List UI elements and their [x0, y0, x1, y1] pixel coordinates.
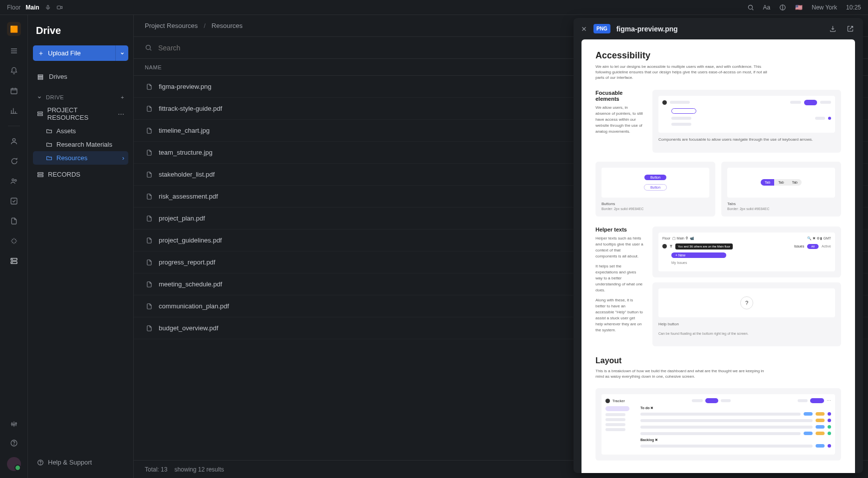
help-support[interactable]: Help & Support [33, 454, 128, 471]
drive-icon[interactable] [9, 256, 19, 266]
team-icon[interactable] [9, 176, 19, 186]
svg-rect-1 [57, 6, 61, 9]
svg-rect-22 [38, 114, 43, 116]
calendar-icon[interactable] [9, 86, 19, 96]
svg-rect-20 [38, 78, 42, 79]
s3-p: This is a breakdown of how we build the … [595, 368, 770, 379]
preview-image: Accessibility We aim to let our designs … [581, 39, 855, 473]
analytics-icon[interactable] [9, 106, 19, 116]
theme-icon[interactable] [779, 4, 786, 11]
upload-label: Upload File [48, 49, 81, 57]
file-icon [145, 192, 154, 201]
file-icon [145, 170, 154, 179]
demo-tabs: Tab Tab Tab [761, 179, 802, 186]
search-icon[interactable] [747, 4, 754, 11]
tree-assets[interactable]: Assets [33, 124, 128, 138]
flag-icon[interactable]: 🇺🇸 [795, 4, 803, 11]
tree-records-label: RECORDS [48, 171, 80, 178]
add-drive-button[interactable]: + [121, 94, 124, 100]
floor-main[interactable]: Main [25, 4, 39, 11]
demo-button-outline: Button [644, 184, 667, 191]
mic-icon[interactable] [44, 4, 51, 11]
help-sub: Can be found floating at the bottom righ… [658, 331, 835, 337]
file-icon [145, 280, 154, 289]
file-icon [145, 82, 154, 91]
settings-icon[interactable] [9, 419, 19, 429]
svg-point-7 [14, 180, 16, 181]
section-drive[interactable]: DRIVE + [33, 91, 128, 103]
file-name: risk_assessment.pdf [159, 193, 218, 200]
crumb-a[interactable]: Project Resources [145, 22, 198, 29]
status-total: 13 [161, 466, 167, 473]
sidebar-title: Drive [33, 22, 128, 45]
s2-p2: It helps set the expectations and gives … [595, 263, 643, 293]
svg-point-14 [13, 424, 14, 426]
tooltip-demo: You and 36 others are on the Main floor [675, 243, 733, 249]
checkbox-icon[interactable] [9, 196, 19, 206]
file-name: project_plan.pdf [159, 215, 205, 222]
search-input[interactable] [158, 44, 246, 52]
tree-research-label: Research Materials [56, 141, 112, 148]
drives-label: Drives [49, 73, 67, 80]
s2-p1: Helper texts such as hints and tooltips … [595, 236, 643, 259]
preview-filename: figma-preview.png [616, 25, 678, 33]
tree-project-resources[interactable]: PROJECT RESOURCES ⋯ [33, 103, 128, 124]
s1-p: We allow users, in absence of pointers, … [595, 105, 643, 135]
tabs-sub: Border: 2px solid #9E84EC [727, 207, 835, 211]
file-name: team_structure.jpg [159, 149, 213, 156]
tree-resources[interactable]: Resources › [33, 151, 128, 165]
status-total-prefix: Total: [145, 466, 159, 473]
document-icon[interactable] [9, 216, 19, 226]
menu-icon[interactable] [9, 46, 19, 56]
file-name: meeting_schedule.pdf [159, 280, 222, 288]
svg-point-11 [12, 259, 12, 259]
svg-rect-8 [11, 198, 17, 204]
file-icon [145, 126, 154, 135]
tree-assets-label: Assets [56, 127, 76, 135]
font-size-icon[interactable]: Aa [763, 4, 771, 11]
s2-p3: Along with these, it is better to have a… [595, 297, 643, 333]
user-icon[interactable] [9, 136, 19, 146]
download-icon[interactable] [827, 23, 839, 34]
demo-button-filled: Button [644, 175, 666, 180]
upload-dropdown[interactable] [115, 45, 128, 61]
topbar: Floor Main Aa 🇺🇸 New York 10:25 [0, 0, 868, 15]
search-icon [145, 44, 152, 51]
svg-point-15 [15, 423, 16, 424]
s3-h: Layout [595, 356, 841, 365]
file-name: figma-preview.png [159, 83, 212, 90]
section-drive-label: DRIVE [46, 94, 64, 100]
file-name: project_guidelines.pdf [159, 237, 222, 244]
chat-icon[interactable] [9, 156, 19, 166]
tabs-cap: Tabs [727, 202, 835, 206]
s1-h: Focusable elements [595, 90, 643, 102]
s2-h: Helper texts [595, 227, 643, 233]
help-cap: Help button [658, 321, 835, 327]
file-icon [145, 236, 154, 245]
svg-point-5 [12, 139, 15, 141]
close-icon[interactable] [580, 25, 587, 32]
bell-icon[interactable] [9, 66, 19, 76]
more-icon[interactable]: ⋯ [118, 110, 124, 118]
file-name: progress_report.pdf [159, 258, 215, 266]
drives-link[interactable]: Drives [33, 69, 128, 84]
file-name: communication_plan.pdf [159, 302, 229, 310]
tree-records[interactable]: RECORDS [33, 168, 128, 181]
video-icon[interactable] [56, 4, 63, 11]
svg-rect-21 [38, 112, 43, 113]
tree-research[interactable]: Research Materials [33, 138, 128, 151]
doc-h1: Accessibility [595, 50, 841, 61]
avatar[interactable] [7, 457, 21, 471]
app-logo[interactable]: 🟧 [7, 22, 21, 36]
sparkle-icon[interactable] [9, 236, 19, 246]
upload-button[interactable]: Upload File [33, 45, 115, 61]
clock-label: 10:25 [846, 4, 861, 11]
location-label: New York [812, 4, 837, 11]
crumb-b[interactable]: Resources [212, 22, 243, 29]
svg-point-26 [40, 464, 41, 464]
svg-point-2 [748, 5, 752, 9]
file-icon [145, 302, 154, 311]
open-external-icon[interactable] [845, 23, 856, 34]
col-name[interactable]: NAME [145, 64, 597, 70]
help-icon[interactable] [9, 438, 19, 448]
